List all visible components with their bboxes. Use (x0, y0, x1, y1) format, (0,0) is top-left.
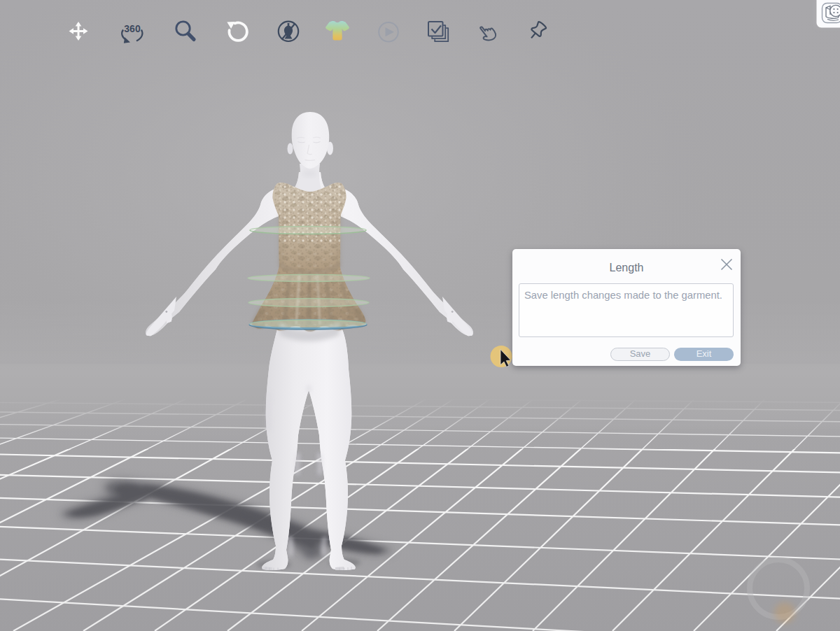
svg-text:360: 360 (124, 23, 141, 34)
